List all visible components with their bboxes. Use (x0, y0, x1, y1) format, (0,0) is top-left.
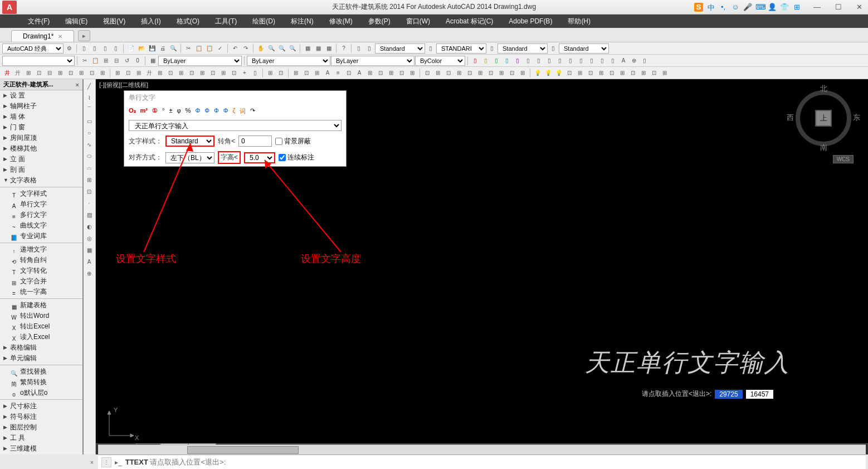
e14[interactable]: ⊞ (407, 68, 417, 78)
sym-zeta[interactable]: ζ (233, 107, 236, 115)
height-input[interactable]: 5.0 (244, 152, 275, 163)
r2e[interactable]: ↺ (122, 56, 132, 66)
scroll-thumb[interactable] (187, 446, 299, 454)
zoom2-icon[interactable]: 🔍 (277, 43, 287, 54)
viewport-label[interactable]: [-][俯视][二维线框] (99, 81, 148, 89)
line-icon[interactable]: ╱ (84, 80, 95, 91)
region-icon[interactable]: ◎ (84, 233, 95, 244)
tree-item[interactable]: ⟲转角自纠 (0, 255, 82, 265)
t2[interactable]: ▯ (90, 43, 100, 54)
gear-icon[interactable]: ⚙ (64, 43, 74, 54)
tree-item[interactable]: ▶立 面 (0, 154, 82, 165)
zoom3-icon[interactable]: 🔍 (287, 43, 298, 54)
menu-tools[interactable]: 工具(T) (207, 14, 245, 28)
t1[interactable]: ▯ (79, 43, 89, 54)
r2a[interactable]: ✂ (80, 56, 90, 66)
sym-m2[interactable]: m² (140, 107, 148, 115)
angle-input[interactable] (238, 136, 272, 147)
tree-item[interactable]: ▶墙 体 (0, 112, 82, 122)
bg-mask-check[interactable] (275, 138, 282, 145)
make-block-icon[interactable]: ⊡ (84, 186, 95, 197)
cmd-handle-icon[interactable]: ⋮ (101, 457, 111, 467)
ins-block-icon[interactable]: ⊞ (84, 174, 95, 185)
r2c[interactable]: ⊞ (101, 56, 111, 66)
e3[interactable]: ⊞ (291, 68, 301, 78)
undo-icon[interactable]: ↶ (230, 43, 240, 54)
pan-icon[interactable]: ✋ (256, 43, 266, 54)
tree-item[interactable]: X转出Excel (0, 321, 82, 332)
tree-item[interactable]: ▶图块图案 (0, 454, 82, 455)
menu-help[interactable]: 帮助(H) (560, 14, 598, 28)
open-icon[interactable]: 📂 (136, 43, 147, 54)
f6[interactable]: ⊞ (475, 68, 485, 78)
c14[interactable]: ▯ (608, 56, 618, 66)
d11[interactable]: ⊞ (113, 68, 123, 78)
menu-draw[interactable]: 绘图(D) (245, 14, 283, 28)
redo-icon[interactable]: ↷ (241, 43, 251, 54)
ell-arc-icon[interactable]: ⌓ (84, 162, 95, 173)
g2[interactable]: 💡 (543, 68, 553, 78)
tree-item[interactable]: ▶图层控制 (0, 422, 82, 433)
view-cube[interactable]: 上 北 南 西 东 (790, 85, 857, 152)
menu-edit[interactable]: 编辑(E) (57, 14, 95, 28)
compass-e[interactable]: 东 (853, 113, 860, 123)
more-icon[interactable]: ⊕ (84, 268, 95, 279)
command-line[interactable]: ⋮ ▸_ TTEXT 请点取插入位置<退出>: (98, 455, 866, 469)
l5[interactable]: ▯ (548, 43, 558, 54)
e9[interactable]: A (354, 68, 364, 78)
tree-item[interactable]: ▶符号标注 (0, 412, 82, 422)
style-dd-1[interactable]: Standard (375, 43, 425, 54)
hatch-icon[interactable]: ▨ (84, 209, 95, 220)
tb-a[interactable]: ▦ (303, 43, 313, 54)
d19[interactable]: ⊞ (197, 68, 207, 78)
c6[interactable]: ▯ (523, 56, 533, 66)
menu-modify[interactable]: 修改(M) (321, 14, 360, 28)
e4[interactable]: ⊡ (301, 68, 311, 78)
sym-ph2[interactable]: Φ (204, 107, 209, 115)
d9[interactable]: ⊡ (87, 68, 97, 78)
r2d[interactable]: ⊟ (111, 56, 121, 66)
e7[interactable]: ≡ (333, 68, 343, 78)
sym-dict[interactable]: 词 (240, 107, 246, 115)
g11[interactable]: ⊞ (638, 68, 648, 78)
c17[interactable]: ▯ (640, 56, 650, 66)
tree-item[interactable]: ⊞文字合并 (0, 276, 82, 287)
shirt-icon[interactable]: 👕 (780, 3, 789, 12)
menu-pdf[interactable]: Adobe PDF(B) (501, 15, 560, 27)
point-icon[interactable]: · (84, 197, 95, 209)
tree-item[interactable]: ▶剖 面 (0, 165, 82, 175)
color-dropdown[interactable]: ByColor (415, 56, 465, 66)
d7[interactable]: ⊡ (66, 68, 76, 78)
e6[interactable]: A (323, 68, 333, 78)
tb-c[interactable]: ▦ (324, 43, 334, 54)
tree-item[interactable]: ▶房间屋顶 (0, 133, 82, 143)
lineweight-dropdown[interactable]: ByLayer (331, 56, 415, 66)
maximize-button[interactable]: ☐ (832, 3, 845, 11)
tree-item[interactable]: ▶门 窗 (0, 122, 82, 133)
tree-item[interactable]: ≡多行文字 (0, 210, 82, 220)
g8[interactable]: ⊡ (607, 68, 617, 78)
f8[interactable]: ⊞ (496, 68, 506, 78)
l1[interactable]: ▯ (354, 43, 364, 54)
tree-item[interactable]: X读入Excel (0, 332, 82, 342)
menu-acrobat[interactable]: Acrobat 标记(C) (438, 14, 501, 28)
h-scrollbar[interactable] (98, 444, 866, 455)
sym-ph1[interactable]: Φ (195, 107, 200, 115)
menu-dim[interactable]: 标注(N) (283, 14, 321, 28)
tree-item[interactable]: ▼文字表格 (0, 175, 82, 186)
compass-n[interactable]: 北 (820, 84, 827, 94)
tree-item[interactable]: ↑递增文字 (0, 244, 82, 255)
sym-dia[interactable]: φ (177, 107, 181, 115)
c4[interactable]: ▯ (502, 56, 512, 66)
layer-dropdown[interactable]: ByLayer (158, 56, 242, 66)
text-input[interactable]: 天正单行文字输入 (129, 120, 342, 131)
copy-icon[interactable]: 📋 (194, 43, 204, 54)
menu-param[interactable]: 参数(P) (360, 14, 398, 28)
tree-item[interactable]: ▶尺寸标注 (0, 401, 82, 412)
d13[interactable]: ⊞ (134, 68, 144, 78)
pline-icon[interactable]: ⌇ (84, 92, 95, 103)
d23[interactable]: + (240, 68, 250, 78)
sym-pm[interactable]: ± (169, 107, 172, 115)
g3[interactable]: 💡 (554, 68, 564, 78)
sym-pct[interactable]: % (186, 107, 191, 115)
